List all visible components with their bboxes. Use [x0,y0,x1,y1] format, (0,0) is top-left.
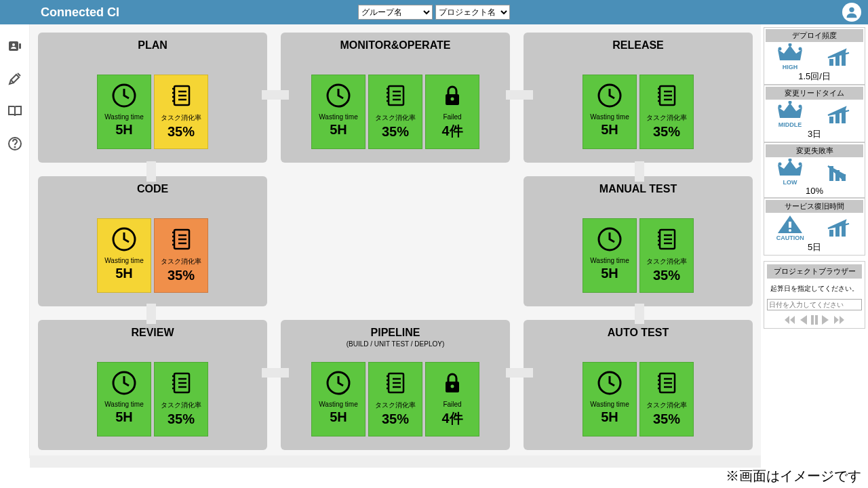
svg-rect-103 [835,226,840,237]
svg-rect-3 [19,43,21,49]
stage-monitoroperate[interactable]: MONITOR&OPERATE Wasting time 5H タスク消化率 3… [281,33,510,163]
user-avatar[interactable] [842,3,861,22]
svg-rect-100 [789,222,791,228]
metric-value: 5H [601,266,618,281]
metric-clock[interactable]: Wasting time 5H [583,75,637,149]
metric-label: Wasting time [104,401,143,408]
prev-icon[interactable] [799,314,808,325]
metric-label: タスク消化率 [375,113,416,123]
sidebar-help-icon[interactable] [7,136,23,152]
metric-clock[interactable]: Wasting time 5H [583,362,637,436]
metric-label: Wasting time [319,401,357,408]
crown-icon [776,43,804,64]
metric-lock[interactable]: Failed 4件 [425,362,479,436]
metric-label: タスク消化率 [161,113,201,123]
metric-label: Failed [443,113,461,121]
browser-hint: 起算日を指定してください。 [767,284,862,293]
svg-point-84 [799,47,802,51]
metric-notebook[interactable]: タスク消化率 35% [154,218,208,293]
stage-title: REVIEW [131,327,174,339]
kpi-title: 変更リードタイム [766,87,863,100]
sidebar-tools-icon[interactable] [7,70,23,87]
next-icon[interactable] [821,314,830,325]
crown-icon [776,159,804,179]
pause-icon[interactable] [810,314,819,325]
clock-icon [109,368,139,398]
stage-code[interactable]: CODE Wasting time 5H タスク消化率 35% [38,176,267,306]
metric-clock[interactable]: Wasting time 5H [97,362,151,436]
browser-title: プロジェクトブラウザー [767,264,862,279]
notebook-icon [652,224,682,254]
clock-icon [109,224,139,254]
stage-pipeline[interactable]: PIPELINE(BUILD / UNIT TEST / DEPLOY) Was… [281,320,510,450]
metric-clock[interactable]: Wasting time 5H [97,218,151,293]
stage-subtitle: (BUILD / UNIT TEST / DEPLOY) [347,340,444,348]
trend-down-icon [825,162,852,182]
lock-icon [437,368,467,398]
metric-notebook[interactable]: タスク消化率 35% [154,75,208,149]
clock-icon [595,224,625,254]
header: Connected CI グループ名 プロジェクト名 [0,0,868,24]
metric-value: 5H [601,409,618,425]
svg-point-88 [778,105,782,108]
date-input[interactable] [767,299,862,310]
main-dashboard: PLAN Wasting time 5H タスク消化率 35%MONITOR&O… [30,24,761,458]
rewind-icon[interactable] [784,314,797,325]
metric-notebook[interactable]: タスク消化率 35% [368,75,422,149]
metric-label: Wasting time [590,257,629,264]
stage-autotest[interactable]: AUTO TEST Wasting time 5H タスク消化率 35% [524,320,753,450]
warning-icon [776,214,804,235]
metric-label: Failed [443,401,461,408]
svg-rect-91 [829,117,833,123]
group-select[interactable]: グループ名 [358,5,433,20]
metric-notebook[interactable]: タスク消化率 35% [368,362,422,436]
stage-plan[interactable]: PLAN Wasting time 5H タスク消化率 35% [38,33,267,163]
metric-notebook[interactable]: タスク消化率 35% [154,362,208,436]
metric-notebook[interactable]: タスク消化率 35% [639,75,694,149]
metric-value: 5H [330,122,347,138]
metric-notebook[interactable]: タスク消化率 35% [639,218,694,293]
kpi-card[interactable]: 変更失敗率 LOW 10% [764,142,865,198]
clock-icon [595,81,625,110]
app-logo: Connected CI [41,5,119,20]
metric-value: 5H [115,409,133,425]
metric-clock[interactable]: Wasting time 5H [311,362,366,436]
player-controls [767,314,862,325]
svg-point-5 [14,147,15,148]
metric-value: 35% [382,124,409,140]
stage-empty [281,176,510,306]
stage-review[interactable]: REVIEW Wasting time 5H タスク消化率 35% [38,320,267,450]
metric-value: 35% [167,124,195,140]
stage-release[interactable]: RELEASE Wasting time 5H タスク消化率 35% [524,33,753,163]
metric-value: 35% [653,124,680,140]
metrics-row: Wasting time 5H タスク消化率 35% [97,218,208,293]
metric-clock[interactable]: Wasting time 5H [311,75,366,149]
metric-value: 5H [115,122,133,138]
metric-label: Wasting time [590,401,629,408]
metric-notebook[interactable]: タスク消化率 35% [639,362,694,436]
header-selects: グループ名 プロジェクト名 [358,5,510,20]
stage-title: RELEASE [612,39,664,52]
sidebar-users-icon[interactable] [7,38,23,54]
trend-up-icon [825,47,852,67]
metrics-row: Wasting time 5H タスク消化率 35% [583,218,694,293]
metric-clock[interactable]: Wasting time 5H [583,218,637,293]
metric-clock[interactable]: Wasting time 5H [97,75,151,149]
notebook-icon [166,224,196,254]
clock-icon [323,81,353,110]
metric-lock[interactable]: Failed 4件 [425,75,479,149]
kpi-card[interactable]: デプロイ頻度 HIGH 1.5回/日 [764,27,865,85]
svg-point-2 [12,43,15,46]
stage-manualtest[interactable]: MANUAL TEST Wasting time 5H タスク消化率 35% [524,176,753,306]
svg-point-101 [789,229,791,232]
kpi-badge: HIGH [776,64,804,70]
kpi-card[interactable]: 変更リードタイム MIDDLE 3日 [764,85,865,142]
notebook-icon [166,368,196,398]
forward-icon[interactable] [831,314,845,325]
project-select[interactable]: プロジェクト名 [435,5,510,20]
metrics-row: Wasting time 5H タスク消化率 35% [97,75,208,149]
kpi-card[interactable]: サービス復旧時間 CAUTION 5日 [764,198,865,256]
sidebar-book-icon[interactable] [7,103,23,119]
metric-value: 5H [601,122,618,138]
kpi-value: 5日 [766,241,863,253]
